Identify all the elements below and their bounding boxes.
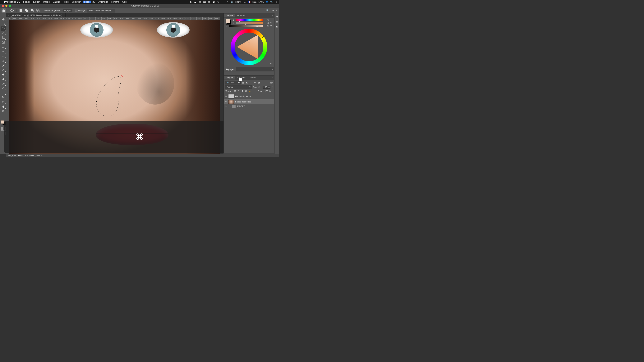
hue-value[interactable]: 36 — [264, 19, 269, 21]
gradient-tool[interactable] — [0, 72, 6, 77]
share-icon[interactable]: ⇪ — [276, 9, 278, 12]
antialias-checkbox[interactable]: ✓ — [75, 9, 78, 12]
history-brush-tool[interactable] — [0, 63, 6, 67]
filter-pixel-icon[interactable]: ▦ — [242, 81, 244, 84]
layer-thumbnail[interactable] — [228, 94, 234, 98]
rectangle-tool[interactable] — [0, 100, 6, 104]
bars-icon[interactable]: ≣ — [208, 0, 210, 3]
blend-mode-select[interactable]: Normal — [225, 85, 252, 89]
new-selection-button[interactable] — [18, 8, 23, 12]
layer-row[interactable]: 👁 Basse fréquence — [224, 99, 274, 104]
menu-edit[interactable]: Edition — [32, 0, 42, 3]
keyboard-icon[interactable]: ⌨︎ — [203, 0, 206, 3]
tab-adjustments[interactable]: Réglages — [224, 67, 236, 71]
lock-pixels-icon[interactable]: ✎ — [237, 90, 240, 92]
dock-expand-icon[interactable]: ◀ — [275, 14, 279, 18]
menu-layer[interactable]: Calque — [51, 0, 62, 3]
battery-icon[interactable]: ▭ — [243, 0, 246, 3]
workspace-switcher-icon[interactable]: ▭▾ — [271, 9, 274, 12]
cloud-icon[interactable]: ☁︎ — [194, 0, 197, 3]
layer-thumbnail[interactable] — [228, 100, 234, 104]
history-panel-icon[interactable]: ▦ — [275, 19, 279, 23]
tab-layers[interactable]: Calques — [224, 76, 235, 79]
folder-icon[interactable] — [232, 105, 236, 108]
expand-wheel-icon[interactable]: ⛶ — [270, 63, 272, 65]
move-tool[interactable] — [0, 17, 6, 21]
tv-icon[interactable]: ▣ — [212, 0, 215, 3]
spotlight-icon[interactable]: 🔍 — [270, 0, 273, 3]
lock-all-icon[interactable]: 🔒 — [248, 90, 251, 92]
menu-window[interactable]: Fenêtre — [110, 0, 120, 3]
close-window-button[interactable] — [2, 5, 4, 7]
color-wheel[interactable]: ⛶ — [231, 29, 267, 65]
app-name[interactable]: Photoshop CC — [3, 0, 22, 3]
menu-view[interactable]: Affichage — [97, 0, 110, 3]
eyedropper-tool[interactable] — [0, 45, 6, 49]
layer-row[interactable]: 👁 › IMPORT — [224, 104, 274, 108]
healing-brush-tool[interactable] — [0, 49, 6, 54]
eraser-tool[interactable] — [0, 68, 6, 72]
horizontal-ruler[interactable]: 2225227523252375242524752525257526252675… — [6, 17, 220, 20]
battery-text[interactable]: 100 % — [235, 1, 241, 3]
tab-paths[interactable]: Tracés — [248, 76, 258, 79]
fill-dropdown-icon[interactable]: ▾ — [272, 90, 273, 92]
brush-tool[interactable] — [0, 54, 6, 58]
panel-menu-icon[interactable]: ≡ — [271, 68, 274, 70]
type-tool[interactable]: T — [0, 91, 6, 95]
color-picker-marker[interactable] — [248, 42, 250, 44]
notification-center-icon[interactable]: ≡ — [275, 0, 278, 3]
blur-tool[interactable] — [0, 77, 6, 81]
group-expand-icon[interactable]: › — [230, 105, 230, 107]
crop-tool[interactable] — [0, 36, 6, 40]
screen-record-icon[interactable]: ⧉ — [189, 0, 192, 3]
menu-file[interactable]: Fichier — [22, 0, 32, 3]
displays-icon[interactable]: ▤ — [198, 0, 201, 3]
layer-name[interactable]: Haute fréquence — [235, 95, 251, 97]
menu-help[interactable]: Aide — [120, 0, 128, 3]
sat-value[interactable]: 32 — [264, 22, 269, 24]
path-selection-tool[interactable] — [0, 95, 6, 100]
time-machine-icon[interactable]: ↻ — [217, 0, 220, 3]
visibility-icon[interactable]: 👁 — [224, 105, 227, 108]
hand-tool[interactable] — [0, 105, 6, 109]
chevron-right-icon[interactable]: ▸ — [41, 155, 42, 157]
hue-slider[interactable] — [236, 19, 263, 21]
tab-swatches[interactable]: Nuancier — [235, 13, 247, 17]
clone-stamp-tool[interactable] — [0, 59, 6, 63]
properties-panel-icon[interactable]: ◧ — [275, 24, 279, 28]
dodge-tool[interactable] — [0, 82, 6, 86]
add-to-selection-button[interactable] — [24, 8, 29, 12]
bluetooth-icon[interactable]: ⟊ — [222, 0, 224, 3]
lasso-tool[interactable] — [0, 26, 6, 31]
search-icon[interactable]: 🔍 — [266, 9, 269, 12]
document-tab[interactable]: × _K8A0184-1.psd @ 140% (Basse fréquence… — [6, 13, 66, 17]
foreground-color-swatch[interactable] — [1, 120, 4, 124]
edit-toolbar-button[interactable]: ⋯ — [0, 114, 6, 118]
doc-info[interactable]: Doc : 126,6 Mo/430,3 Mo ▸ — [18, 155, 42, 157]
visibility-icon[interactable]: 👁 — [224, 100, 227, 103]
wifi-icon[interactable]: ⌔ — [226, 0, 229, 3]
color-panel-swatches[interactable] — [226, 19, 231, 24]
lock-artboard-icon[interactable]: ▣ — [244, 90, 248, 92]
visibility-icon[interactable]: 👁 — [224, 95, 227, 98]
layer-name[interactable]: Basse fréquence — [235, 100, 251, 103]
clock-day[interactable]: Mar. — [252, 1, 256, 3]
quick-selection-tool[interactable] — [0, 31, 6, 35]
panel-menu-icon[interactable]: ≡ — [271, 14, 274, 17]
filter-type-icon[interactable]: T — [250, 81, 252, 84]
hue-ring-marker[interactable] — [262, 36, 264, 38]
zoom-window-button[interactable] — [9, 5, 11, 7]
filter-toggle[interactable] — [270, 82, 273, 83]
minimize-window-button[interactable] — [5, 5, 8, 7]
tool-preset-dropdown[interactable] — [10, 8, 14, 12]
lock-position-icon[interactable]: ✥ — [241, 90, 244, 92]
zoom-tool[interactable] — [0, 109, 6, 113]
menu-selection[interactable]: Sélection — [70, 0, 82, 3]
volume-icon[interactable]: 🔊 — [231, 0, 234, 3]
layer-name[interactable]: IMPORT — [237, 105, 245, 107]
layer-row[interactable]: 👁 Haute fréquence — [224, 94, 274, 99]
sat-slider[interactable] — [236, 22, 263, 24]
input-flag[interactable]: 🇫🇷 — [248, 1, 250, 3]
zoom-level[interactable]: 139,97 % — [8, 155, 16, 157]
layer-filter-type[interactable]: 🔍 Type — [225, 81, 240, 84]
